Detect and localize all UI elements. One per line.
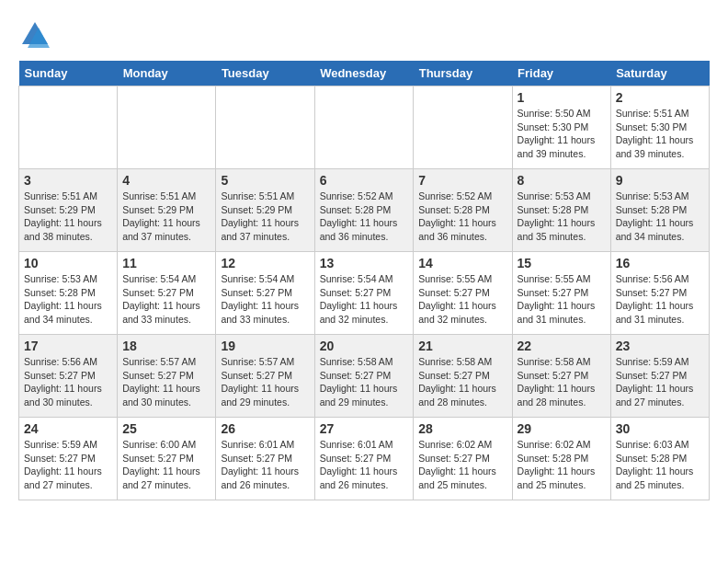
calendar-cell: 17Sunrise: 5:56 AMSunset: 5:27 PMDayligh… (19, 335, 118, 418)
day-number: 8 (518, 173, 606, 188)
calendar-cell: 19Sunrise: 5:57 AMSunset: 5:27 PMDayligh… (216, 335, 314, 418)
day-number: 23 (616, 339, 704, 353)
day-number: 7 (418, 173, 506, 188)
day-info: Sunrise: 5:58 AMSunset: 5:27 PMDaylight:… (418, 355, 506, 409)
calendar-week-5: 24Sunrise: 5:59 AMSunset: 5:27 PMDayligh… (19, 418, 710, 500)
calendar-cell: 7Sunrise: 5:52 AMSunset: 5:28 PMDaylight… (414, 169, 512, 252)
calendar-cell (118, 86, 216, 169)
day-info: Sunrise: 5:50 AMSunset: 5:30 PMDaylight:… (518, 107, 606, 161)
calendar-week-3: 10Sunrise: 5:53 AMSunset: 5:28 PMDayligh… (19, 252, 710, 335)
day-number: 20 (320, 339, 409, 353)
calendar-cell (216, 86, 314, 169)
calendar-cell: 11Sunrise: 5:54 AMSunset: 5:27 PMDayligh… (118, 252, 216, 335)
day-number: 2 (616, 90, 704, 105)
day-number: 26 (221, 421, 309, 436)
calendar-cell: 16Sunrise: 5:56 AMSunset: 5:27 PMDayligh… (610, 252, 709, 335)
day-info: Sunrise: 5:52 AMSunset: 5:28 PMDaylight:… (320, 190, 409, 244)
calendar-header-sunday: Sunday (19, 61, 118, 86)
calendar-table: SundayMondayTuesdayWednesdayThursdayFrid… (18, 61, 710, 500)
day-number: 21 (418, 339, 506, 353)
day-info: Sunrise: 5:55 AMSunset: 5:27 PMDaylight:… (418, 272, 506, 327)
calendar-cell: 6Sunrise: 5:52 AMSunset: 5:28 PMDaylight… (314, 169, 414, 252)
calendar-cell: 14Sunrise: 5:55 AMSunset: 5:27 PMDayligh… (414, 252, 512, 335)
day-info: Sunrise: 6:02 AMSunset: 5:28 PMDaylight:… (518, 438, 606, 492)
day-info: Sunrise: 5:53 AMSunset: 5:28 PMDaylight:… (24, 272, 112, 327)
day-number: 17 (24, 339, 112, 353)
calendar-header-friday: Friday (512, 61, 610, 86)
calendar-cell: 26Sunrise: 6:01 AMSunset: 5:27 PMDayligh… (216, 418, 314, 500)
day-info: Sunrise: 6:00 AMSunset: 5:27 PMDaylight:… (122, 438, 210, 492)
calendar-header-monday: Monday (118, 61, 216, 86)
calendar-cell: 12Sunrise: 5:54 AMSunset: 5:27 PMDayligh… (216, 252, 314, 335)
calendar-cell: 3Sunrise: 5:51 AMSunset: 5:29 PMDaylight… (19, 169, 118, 252)
day-number: 14 (418, 256, 506, 270)
day-number: 4 (122, 173, 210, 188)
day-number: 15 (518, 256, 606, 270)
day-info: Sunrise: 6:01 AMSunset: 5:27 PMDaylight:… (320, 438, 409, 492)
calendar-cell: 9Sunrise: 5:53 AMSunset: 5:28 PMDaylight… (610, 169, 709, 252)
day-number: 1 (518, 90, 606, 105)
calendar-cell (414, 86, 512, 169)
day-number: 28 (418, 421, 506, 436)
calendar-cell: 30Sunrise: 6:03 AMSunset: 5:28 PMDayligh… (610, 418, 709, 500)
calendar-cell: 25Sunrise: 6:00 AMSunset: 5:27 PMDayligh… (118, 418, 216, 500)
calendar-week-4: 17Sunrise: 5:56 AMSunset: 5:27 PMDayligh… (19, 335, 710, 418)
day-number: 25 (122, 421, 210, 436)
day-info: Sunrise: 5:53 AMSunset: 5:28 PMDaylight:… (518, 190, 606, 244)
day-info: Sunrise: 5:55 AMSunset: 5:27 PMDaylight:… (518, 272, 606, 327)
day-info: Sunrise: 6:01 AMSunset: 5:27 PMDaylight:… (221, 438, 309, 492)
day-info: Sunrise: 5:56 AMSunset: 5:27 PMDaylight:… (24, 355, 112, 409)
day-number: 6 (320, 173, 409, 188)
day-number: 27 (320, 421, 409, 436)
calendar-cell: 29Sunrise: 6:02 AMSunset: 5:28 PMDayligh… (512, 418, 610, 500)
calendar-cell: 5Sunrise: 5:51 AMSunset: 5:29 PMDaylight… (216, 169, 314, 252)
day-number: 13 (320, 256, 409, 270)
calendar-cell: 24Sunrise: 5:59 AMSunset: 5:27 PMDayligh… (19, 418, 118, 500)
logo-icon (18, 18, 51, 52)
day-number: 19 (221, 339, 309, 353)
day-number: 5 (221, 173, 309, 188)
day-info: Sunrise: 5:54 AMSunset: 5:27 PMDaylight:… (320, 272, 409, 327)
day-number: 30 (616, 421, 704, 436)
calendar-cell: 18Sunrise: 5:57 AMSunset: 5:27 PMDayligh… (118, 335, 216, 418)
calendar-cell: 13Sunrise: 5:54 AMSunset: 5:27 PMDayligh… (314, 252, 414, 335)
calendar-cell: 20Sunrise: 5:58 AMSunset: 5:27 PMDayligh… (314, 335, 414, 418)
day-info: Sunrise: 5:51 AMSunset: 5:30 PMDaylight:… (616, 107, 704, 161)
day-number: 18 (122, 339, 210, 353)
calendar-cell: 28Sunrise: 6:02 AMSunset: 5:27 PMDayligh… (414, 418, 512, 500)
day-info: Sunrise: 6:02 AMSunset: 5:27 PMDaylight:… (418, 438, 506, 492)
calendar-cell (314, 86, 414, 169)
calendar-week-2: 3Sunrise: 5:51 AMSunset: 5:29 PMDaylight… (19, 169, 710, 252)
calendar-cell: 15Sunrise: 5:55 AMSunset: 5:27 PMDayligh… (512, 252, 610, 335)
day-info: Sunrise: 5:56 AMSunset: 5:27 PMDaylight:… (616, 272, 704, 327)
calendar-header-thursday: Thursday (414, 61, 512, 86)
day-number: 9 (616, 173, 704, 188)
calendar-cell: 27Sunrise: 6:01 AMSunset: 5:27 PMDayligh… (314, 418, 414, 500)
day-info: Sunrise: 5:57 AMSunset: 5:27 PMDaylight:… (122, 355, 210, 409)
calendar-cell: 10Sunrise: 5:53 AMSunset: 5:28 PMDayligh… (19, 252, 118, 335)
calendar-header-tuesday: Tuesday (216, 61, 314, 86)
calendar-cell: 1Sunrise: 5:50 AMSunset: 5:30 PMDaylight… (512, 86, 610, 169)
day-number: 11 (122, 256, 210, 270)
day-info: Sunrise: 6:03 AMSunset: 5:28 PMDaylight:… (616, 438, 704, 492)
day-info: Sunrise: 5:53 AMSunset: 5:28 PMDaylight:… (616, 190, 704, 244)
day-info: Sunrise: 5:52 AMSunset: 5:28 PMDaylight:… (418, 190, 506, 244)
calendar-cell: 4Sunrise: 5:51 AMSunset: 5:29 PMDaylight… (118, 169, 216, 252)
page-header (18, 18, 710, 52)
day-info: Sunrise: 5:54 AMSunset: 5:27 PMDaylight:… (122, 272, 210, 327)
calendar-cell: 22Sunrise: 5:58 AMSunset: 5:27 PMDayligh… (512, 335, 610, 418)
day-info: Sunrise: 5:57 AMSunset: 5:27 PMDaylight:… (221, 355, 309, 409)
day-number: 12 (221, 256, 309, 270)
day-number: 22 (518, 339, 606, 353)
day-number: 24 (24, 421, 112, 436)
day-info: Sunrise: 5:54 AMSunset: 5:27 PMDaylight:… (221, 272, 309, 327)
day-info: Sunrise: 5:51 AMSunset: 5:29 PMDaylight:… (221, 190, 309, 244)
calendar-cell (19, 86, 118, 169)
day-info: Sunrise: 5:59 AMSunset: 5:27 PMDaylight:… (616, 355, 704, 409)
day-number: 16 (616, 256, 704, 270)
day-info: Sunrise: 5:59 AMSunset: 5:27 PMDaylight:… (24, 438, 112, 492)
calendar-header-row: SundayMondayTuesdayWednesdayThursdayFrid… (19, 61, 710, 86)
day-info: Sunrise: 5:58 AMSunset: 5:27 PMDaylight:… (518, 355, 606, 409)
calendar-week-1: 1Sunrise: 5:50 AMSunset: 5:30 PMDaylight… (19, 86, 710, 169)
calendar-cell: 23Sunrise: 5:59 AMSunset: 5:27 PMDayligh… (610, 335, 709, 418)
